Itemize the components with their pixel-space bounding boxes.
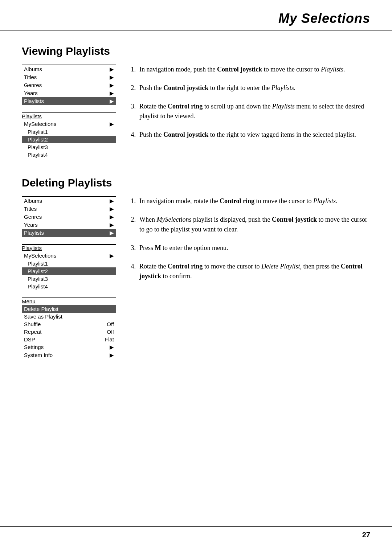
viewing-nav-menu: Albums▶ Titles▶ Genres▶ Years▶ Playlists… <box>22 65 116 105</box>
deleting-step-4: 4. Rotate the Control ring to move the c… <box>127 262 370 281</box>
del-menu-item-playlist1: Playlist1 <box>22 260 116 267</box>
deleting-steps-list: 1. In navigation mode, rotate the Contro… <box>127 196 370 281</box>
menu-item-playlist4: Playlist4 <box>22 151 116 159</box>
page-number: 27 <box>362 531 370 539</box>
menu-item-albums: Albums▶ <box>22 65 116 73</box>
deleting-step-3: 3. Press M to enter the option menu. <box>127 243 370 253</box>
viewing-section-heading: Viewing Playlists <box>22 45 370 57</box>
del-menu-item-playlists-selected: Playlists▶ <box>22 229 116 237</box>
viewing-steps: 1. In navigation mode, push the Control … <box>127 65 370 166</box>
del-menu-item-myselections: MySelections▶ <box>22 252 116 260</box>
del-menu-item-albums: Albums▶ <box>22 197 116 205</box>
menu-item-playlists-selected: Playlists▶ <box>22 97 116 105</box>
option-delete-playlist: Delete Playlist <box>22 305 116 313</box>
deleting-playlists-menu: Playlists MySelections▶ Playlist1 Playli… <box>22 244 116 290</box>
main-content: Viewing Playlists Albums▶ Titles▶ Genres… <box>0 34 392 392</box>
menu-item-playlist2-selected: Playlist2 <box>22 136 116 143</box>
option-system-info: System Info▶ <box>22 351 116 359</box>
del-menu-item-playlist4: Playlist4 <box>22 283 116 290</box>
deleting-steps: 1. In navigation mode, rotate the Contro… <box>127 196 370 366</box>
deleting-nav-menu: Albums▶ Titles▶ Genres▶ Years▶ Playlists… <box>22 196 116 237</box>
page-footer: 27 <box>0 526 392 543</box>
deleting-left-col: Albums▶ Titles▶ Genres▶ Years▶ Playlists… <box>22 196 116 366</box>
deleting-step-2: 2. When MySelections playlist is display… <box>127 215 370 234</box>
viewing-steps-list: 1. In navigation mode, push the Control … <box>127 65 370 140</box>
viewing-step-2: 2. Push the Control joystick to the righ… <box>127 83 370 93</box>
del-menu-item-genres: Genres▶ <box>22 213 116 221</box>
viewing-left-col: Albums▶ Titles▶ Genres▶ Years▶ Playlists… <box>22 65 116 166</box>
option-shuffle: ShuffleOff <box>22 320 116 328</box>
deleting-step-1: 1. In navigation mode, rotate the Contro… <box>127 196 370 206</box>
del-menu-item-playlist2-selected: Playlist2 <box>22 267 116 275</box>
menu-item-playlist1: Playlist1 <box>22 128 116 136</box>
viewing-step-4: 4. Push the Control joystick to the righ… <box>127 130 370 140</box>
option-save-as-playlist: Save as Playlist <box>22 313 116 320</box>
deleting-section-heading: Deleting Playlists <box>22 177 370 189</box>
viewing-playlists-menu: Playlists MySelections▶ Playlist1 Playli… <box>22 112 116 159</box>
menu-item-genres: Genres▶ <box>22 81 116 89</box>
del-menu-item-playlist3: Playlist3 <box>22 275 116 283</box>
option-dsp: DSPFlat <box>22 336 116 343</box>
option-settings: Settings▶ <box>22 343 116 351</box>
del-playlists-menu-label: Playlists <box>22 245 116 251</box>
del-menu-item-years: Years▶ <box>22 221 116 229</box>
deleting-layout: Albums▶ Titles▶ Genres▶ Years▶ Playlists… <box>22 196 370 366</box>
deleting-option-menu: Menu Delete Playlist Save as Playlist Sh… <box>22 297 116 359</box>
del-menu-item-titles: Titles▶ <box>22 205 116 213</box>
menu-item-playlist3: Playlist3 <box>22 143 116 151</box>
playlists-menu-label: Playlists <box>22 113 116 119</box>
viewing-step-3: 3. Rotate the Control ring to scroll up … <box>127 102 370 121</box>
page-title: My Selections <box>278 11 370 26</box>
menu-item-myselections: MySelections▶ <box>22 120 116 128</box>
page-header: My Selections <box>0 0 392 30</box>
menu-item-titles: Titles▶ <box>22 73 116 81</box>
option-repeat: RepeatOff <box>22 328 116 336</box>
menu-item-years: Years▶ <box>22 89 116 97</box>
option-menu-label: Menu <box>22 298 116 304</box>
viewing-layout: Albums▶ Titles▶ Genres▶ Years▶ Playlists… <box>22 65 370 166</box>
viewing-step-1: 1. In navigation mode, push the Control … <box>127 65 370 74</box>
